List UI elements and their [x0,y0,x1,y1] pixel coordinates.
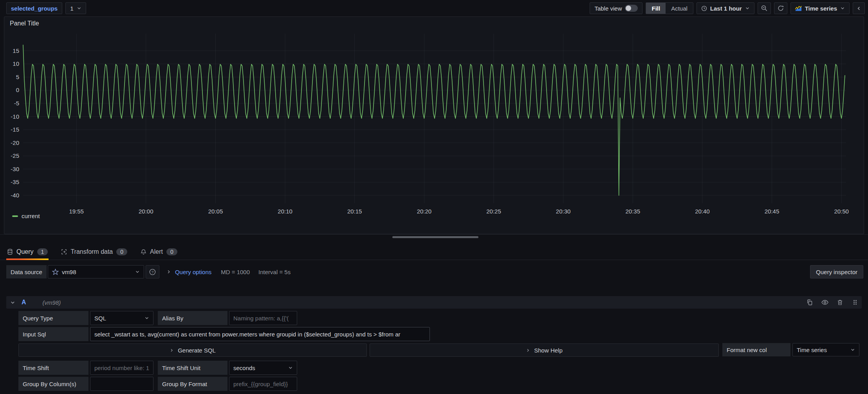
datasource-row: Data source vm98 ? Query options MD = 10… [6,265,863,279]
viz-type-picker[interactable]: Time series [790,2,850,14]
database-icon [7,249,13,255]
svg-text:20:05: 20:05 [208,208,223,215]
toggle-knob [626,5,631,11]
time-shift-label: Time Shift [18,361,88,375]
datasource-picker[interactable]: vm98 [48,265,144,278]
svg-text:19:55: 19:55 [69,208,84,215]
clock-icon [701,5,707,11]
chevron-down-icon [144,316,149,320]
panel-editor-divider [0,234,868,235]
group-by-format-label: Group By Format [158,377,227,391]
format-value: Time series [797,347,827,353]
query-row-header[interactable]: A (vm98) [6,296,862,309]
top-toolbar: selected_groups 1 Table view Fill Actual… [0,0,868,16]
input-sql-input[interactable] [90,327,430,341]
collapse-options-button[interactable] [853,2,865,14]
chevron-right-icon [526,348,530,352]
drag-handle-grip-icon[interactable] [852,299,858,305]
format-new-col-label: Format new col [722,343,790,356]
time-shift-input[interactable] [90,361,153,375]
datasource-label: Data source [6,265,47,278]
query-options-toggle[interactable]: Query options [175,269,211,275]
timeseries-chart[interactable]: 151050-5-10-15-20-25-30-35-4019:5520:002… [4,17,864,234]
table-view-toggle[interactable] [625,5,638,12]
chevron-right-icon [170,348,174,352]
show-help-label: Show Help [534,347,563,354]
svg-text:20:35: 20:35 [626,208,641,215]
delete-query-trash-icon[interactable] [837,299,843,305]
generate-sql-toggle[interactable]: Generate SQL [18,343,367,357]
group-by-columns-input[interactable] [90,377,153,391]
variable-value-dropdown[interactable]: 1 [65,2,86,14]
svg-text:0: 0 [16,87,19,93]
format-select[interactable]: Time series [792,343,859,356]
fill-button[interactable]: Fill [646,3,666,14]
fill-actual-segment: Fill Actual [646,2,693,14]
variable-value: 1 [70,5,73,12]
help-circle-icon: ? [149,269,156,275]
tab-transform-count: 0 [116,248,127,255]
query-ref-id: A [22,299,26,306]
refresh-icon [778,5,784,11]
chevron-down-icon [840,6,845,11]
chevron-down-icon [850,347,855,352]
tab-transform[interactable]: Transform data 0 [60,244,128,260]
group-by-format-input[interactable] [229,377,297,391]
timeseries-viz-icon [795,6,802,11]
svg-text:20:25: 20:25 [486,208,501,215]
chevron-down-icon [288,365,293,370]
query-type-select[interactable]: SQL [90,311,153,325]
legend-item-current[interactable]: current [12,213,40,219]
divider-drag-handle[interactable] [392,236,478,238]
chevron-left-icon [856,6,861,11]
svg-text:-35: -35 [11,179,19,185]
transform-icon [61,249,67,255]
svg-text:15: 15 [13,47,19,54]
zoom-out-button[interactable] [758,2,771,14]
chevron-down-icon [10,300,15,305]
variable-label: selected_groups [11,5,58,12]
tab-query-label: Query [16,248,34,255]
tab-query-count: 1 [37,248,48,255]
hide-query-eye-icon[interactable] [821,300,828,305]
tab-alert-count: 0 [166,248,177,255]
viz-type-label: Time series [805,5,837,12]
group-by-columns-label: Group By Column(s) [18,377,88,391]
duplicate-query-icon[interactable] [807,299,813,305]
svg-text:-10: -10 [11,113,19,120]
input-sql-label: Input Sql [18,327,88,341]
tab-transform-label: Transform data [70,248,113,255]
alias-by-input[interactable] [229,311,297,325]
timeseries-panel: Panel Title 151050-5-10-15-20-25-30-35-4… [4,16,864,234]
svg-text:20:20: 20:20 [417,208,432,215]
svg-text:20:40: 20:40 [695,208,710,215]
datasource-help-button[interactable]: ? [146,265,159,278]
svg-text:20:15: 20:15 [347,208,362,215]
time-shift-unit-label: Time Shift Unit [158,361,227,375]
query-type-value: SQL [94,315,106,322]
alias-by-label: Alias By [158,311,227,325]
active-tab-underline [6,258,49,260]
tab-alert-label: Alert [150,248,163,255]
query-type-label: Query Type [18,311,88,325]
generate-sql-label: Generate SQL [178,347,216,354]
svg-text:20:00: 20:00 [139,208,153,215]
time-shift-unit-value: seconds [233,365,255,371]
chevron-down-icon [745,6,750,11]
svg-text:20:10: 20:10 [278,208,292,215]
svg-text:20:45: 20:45 [765,208,780,215]
svg-text:-15: -15 [11,126,19,133]
query-inspector-button[interactable]: Query inspector [810,265,863,278]
variable-selected-groups-button[interactable]: selected_groups [6,2,62,14]
tab-query[interactable]: Query 1 [6,244,49,260]
actual-button[interactable]: Actual [666,3,693,14]
tab-alert[interactable]: Alert 0 [140,244,178,260]
show-help-toggle[interactable]: Show Help [370,343,719,357]
svg-text:-25: -25 [11,152,19,159]
svg-text:-5: -5 [14,100,19,107]
svg-text:-20: -20 [11,139,19,146]
refresh-button[interactable] [774,2,787,14]
time-shift-unit-select[interactable]: seconds [229,361,297,375]
time-range-picker[interactable]: Last 1 hour [697,2,754,14]
chevron-right-icon [166,269,171,274]
